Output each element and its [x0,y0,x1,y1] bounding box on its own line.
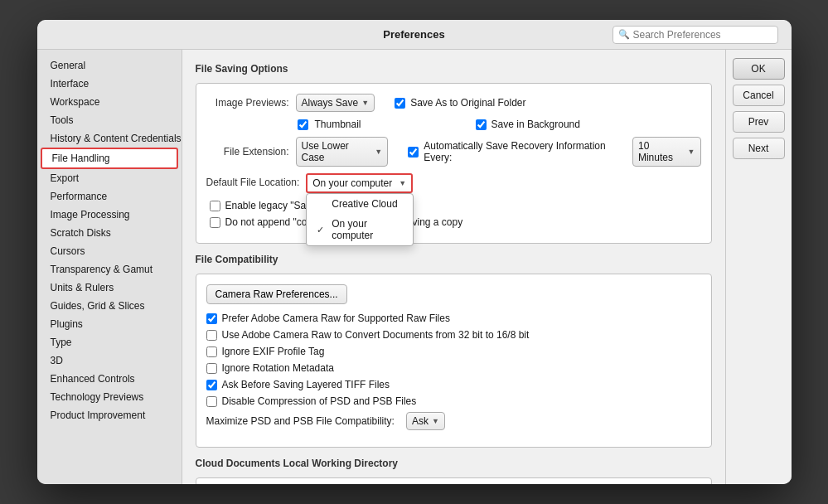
ignore-rotation-label: Ignore Rotation Metadata [222,362,334,374]
chevron-down-icon: ▼ [361,99,369,107]
ask-before-tiff-row: Ask Before Saving Layered TIFF Files [206,379,701,390]
cloud-docs-label: Cloud Documents Local Working Directory [196,458,712,469]
sidebar-item-3d[interactable]: 3D [37,351,182,370]
disable-compression-row: Disable Compression of PSD and PSB Files [206,395,701,407]
sidebar-item-interface[interactable]: Interface [37,75,182,93]
cancel-button[interactable]: Cancel [733,85,785,106]
save-background-row: Save in Background [476,119,580,130]
sidebar-item-export[interactable]: Export [37,169,182,187]
chevron-down-icon-4: ▼ [399,179,406,187]
default-location-value: On your computer [312,177,392,189]
prefer-camera-raw-row: Prefer Adobe Camera Raw for Supported Ra… [206,313,701,324]
save-as-original-row: Save As to Original Folder [395,97,525,109]
dropdown-item-on-computer[interactable]: ✓ On your computer [307,214,413,245]
thumbnail-label: Thumbnail [315,119,361,130]
file-compatibility-section: Camera Raw Preferences... Prefer Adobe C… [196,274,712,448]
file-saving-label: File Saving Options [196,63,712,75]
preferences-dialog: Preferences 🔍 GeneralInterfaceWorkspaceT… [37,20,792,484]
sidebar-item-cursors[interactable]: Cursors [37,242,182,260]
auto-save-checkbox[interactable] [408,147,419,158]
thumbnail-checkbox[interactable] [298,119,308,130]
search-input[interactable] [633,29,766,41]
ignore-rotation-row: Ignore Rotation Metadata [206,362,701,374]
sidebar-item-transparency[interactable]: Transparency & Gamut [37,260,182,279]
file-extension-row: File Extension: Use Lower Case ▼ Automat… [206,137,701,167]
sidebar-item-scratch-disks[interactable]: Scratch Disks [37,224,182,242]
auto-save-row: Automatically Save Recovery Information … [408,137,700,167]
dropdown-item-creative-cloud[interactable]: Creative Cloud [307,194,413,214]
chevron-down-icon-2: ▼ [375,148,382,156]
file-extension-value: Use Lower Case [302,140,372,163]
ask-before-tiff-checkbox[interactable] [206,380,217,390]
prev-button[interactable]: Prev [733,111,785,133]
sidebar-item-general[interactable]: General [37,56,182,75]
file-extension-dropdown[interactable]: Use Lower Case ▼ [296,137,389,167]
ok-button[interactable]: OK [733,58,785,80]
search-area: 🔍 [613,26,778,44]
ignore-exif-row: Ignore EXIF Profile Tag [206,346,701,357]
search-icon: 🔍 [618,29,630,40]
location-dropdown-popup: Creative Cloud ✓ On your computer [306,193,414,246]
file-saving-section: Image Previews: Always Save ▼ Save As to… [196,83,712,244]
ignore-exif-checkbox[interactable] [206,346,217,357]
sidebar-item-product[interactable]: Product Improvement [37,406,182,424]
checkmark-empty [317,199,327,209]
file-compatibility-label: File Compatibility [196,254,712,265]
disable-compression-label: Disable Compression of PSD and PSB Files [222,395,417,407]
thumbnail-row: Thumbnail Save in Background [298,119,701,130]
cloud-docs-section: Choose Directory... Set Default /Users/s… [196,477,712,484]
default-location-dropdown[interactable]: On your computer ▼ [306,173,413,193]
sidebar-item-image-processing[interactable]: Image Processing [37,206,182,224]
on-computer-label: On your computer [332,218,403,241]
search-box: 🔍 [613,26,778,44]
dialog-title: Preferences [383,28,444,41]
sidebar-item-history[interactable]: History & Content Credentials [37,129,182,148]
sidebar-item-file-handling[interactable]: File Handling [41,148,178,169]
use-camera-raw-checkbox[interactable] [206,330,217,341]
next-button[interactable]: Next [733,138,785,159]
sidebar-item-enhanced[interactable]: Enhanced Controls [37,370,182,388]
titlebar: Preferences 🔍 [37,20,792,50]
enable-legacy-checkbox[interactable] [210,201,220,211]
no-append-copy-checkbox[interactable] [210,217,220,228]
image-previews-label: Image Previews: [206,97,289,109]
maximize-label: Maximize PSD and PSB File Compatibility: [206,415,395,427]
maximize-value: Ask [412,415,429,427]
prefer-camera-raw-checkbox[interactable] [206,313,217,324]
sidebar-item-performance[interactable]: Performance [37,187,182,206]
save-as-original-checkbox[interactable] [395,98,405,109]
save-background-checkbox[interactable] [476,119,487,130]
ask-before-tiff-label: Ask Before Saving Layered TIFF Files [222,379,390,390]
auto-save-interval-dropdown[interactable]: 10 Minutes ▼ [632,137,701,167]
sidebar-item-tools[interactable]: Tools [37,111,182,129]
sidebar-item-units[interactable]: Units & Rulers [37,279,182,297]
chevron-down-icon-5: ▼ [432,417,439,425]
save-background-label: Save in Background [491,119,580,130]
sidebar-item-type[interactable]: Type [37,333,182,351]
use-camera-raw-label: Use Adobe Camera Raw to Convert Document… [222,329,530,341]
dialog-body: GeneralInterfaceWorkspaceToolsHistory & … [37,50,792,484]
sidebar-item-tech-previews[interactable]: Technology Previews [37,388,182,406]
camera-raw-btn[interactable]: Camera Raw Preferences... [206,284,347,304]
sidebar-item-guides[interactable]: Guides, Grid & Slices [37,297,182,315]
default-location-container: Default File Location: On your computer … [206,173,701,193]
image-previews-row: Image Previews: Always Save ▼ Save As to… [206,94,701,112]
default-location-label: Default File Location: [206,173,300,188]
ignore-exif-label: Ignore EXIF Profile Tag [222,346,325,357]
ignore-rotation-checkbox[interactable] [206,363,217,374]
main-content: File Saving Options Image Previews: Alwa… [182,50,725,484]
creative-cloud-label: Creative Cloud [332,198,397,210]
save-as-original-label: Save As to Original Folder [410,97,525,109]
chevron-down-icon-3: ▼ [688,148,695,156]
disable-compression-checkbox[interactable] [206,396,217,407]
file-extension-label: File Extension: [206,146,289,158]
image-previews-value: Always Save [302,97,359,109]
sidebar-item-workspace[interactable]: Workspace [37,93,182,111]
enable-legacy-row: Enable legacy "Save As" [210,200,701,211]
sidebar-item-plugins[interactable]: Plugins [37,315,182,333]
maximize-dropdown[interactable]: Ask ▼ [406,412,445,430]
checkmark-selected: ✓ [317,225,327,235]
auto-save-value: 10 Minutes [638,140,685,163]
auto-save-label: Automatically Save Recovery Information … [424,140,627,163]
image-previews-dropdown[interactable]: Always Save ▼ [296,94,375,112]
